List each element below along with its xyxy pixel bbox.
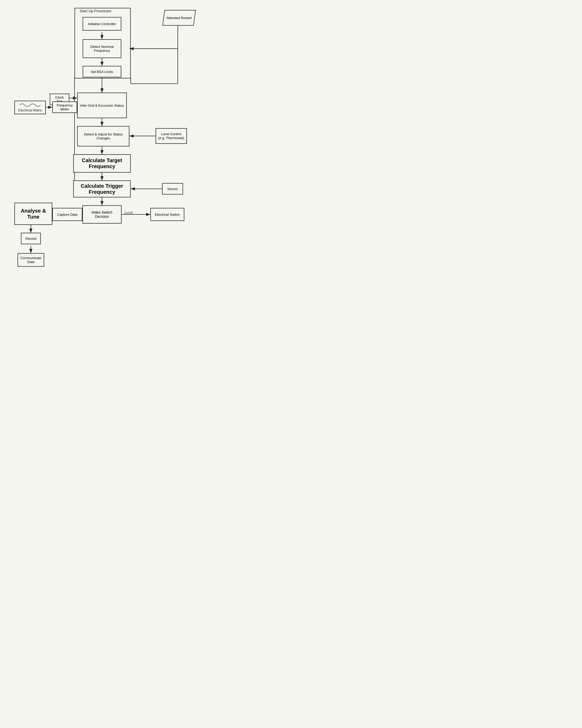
electrical-switch-box: Electrical Switch [150, 208, 184, 221]
capture-data-box: Capture Data [52, 208, 82, 221]
set-bsa-limits-box: Set BSA Limits [83, 66, 121, 77]
level-control-box: Level Control (e.g. Thermostat) [156, 128, 187, 144]
infer-grid-box: Infer Grid & Excursion Status [77, 93, 127, 118]
calculate-target-box: Calculate Target Frequency [73, 154, 131, 173]
frequency-meter-box: Frequency Meter [52, 101, 77, 113]
calculate-trigger-box: Calculate Trigger Frequency [73, 180, 131, 198]
record-box: Record [21, 233, 41, 244]
initialise-controller-box: Initialise Controller [83, 17, 121, 31]
electrical-mains-box: Electrical Mains [15, 101, 46, 114]
on-off-label: On/Off [124, 211, 133, 214]
communicate-data-box: Communicate Data [18, 253, 44, 267]
f-label: F [101, 35, 103, 38]
make-switch-decision-box: Make Switch Decision [82, 205, 122, 224]
detect-adjust-box: Detect & Adjust for Status Changes [77, 126, 129, 147]
flow-diagram: Start Up Processes Initialise Controller… [0, 0, 209, 275]
detect-nominal-frequency-box: Detect Nominal Frequency [83, 39, 121, 58]
attended-restart-box: Attended Restart [162, 10, 196, 26]
analyse-tune-box: Analyse & Tune [15, 203, 52, 225]
startup-group-label: Start Up Processes [80, 9, 111, 13]
sensor-box: Sensor [162, 183, 183, 194]
